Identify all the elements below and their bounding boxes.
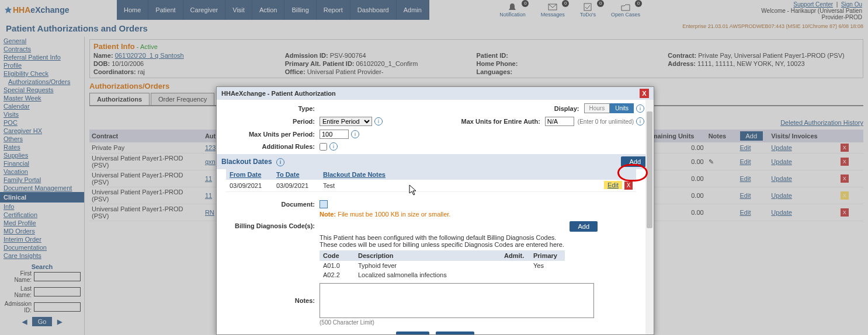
update-link[interactable]: Update	[771, 144, 791, 151]
edit-link[interactable]: Edit	[740, 144, 751, 151]
signout-link[interactable]: Sign Ou	[841, 1, 862, 8]
edit-link[interactable]: Edit	[740, 192, 751, 199]
todos-icon[interactable]: 0 ToDo's	[580, 2, 596, 18]
prev-arrow-icon[interactable]: ◀	[22, 318, 27, 325]
sidebar-item-special[interactable]: Special Requests	[0, 86, 84, 94]
notification-icon[interactable]: 0 Notification	[499, 2, 526, 18]
add-rules-label: Additional Rules:	[226, 143, 320, 150]
sidebar-item-supplies[interactable]: Supplies	[0, 151, 84, 159]
info-icon[interactable]: i	[329, 142, 338, 151]
sidebar-item-financial[interactable]: Financial	[0, 159, 84, 168]
display-hours-toggle[interactable]: Hours	[584, 103, 610, 113]
update-link[interactable]: Update	[771, 192, 791, 199]
info-icon[interactable]: i	[636, 117, 644, 125]
deleted-auth-history-link[interactable]: Deleted Authorization History	[780, 119, 863, 126]
delete-icon[interactable]: X	[841, 175, 849, 183]
cancel-button[interactable]: Cancel	[436, 331, 474, 334]
top-right-info: Support Center | Sign Ou Welcome - Harik…	[761, 1, 862, 20]
sidebar-item-mdorders[interactable]: MD Orders	[0, 227, 84, 235]
delete-icon[interactable]: X	[841, 208, 849, 217]
admission-id-input[interactable]	[34, 302, 81, 312]
col-to[interactable]: To Date	[273, 169, 320, 180]
note-icon[interactable]: ✎	[709, 158, 714, 165]
opencases-icon[interactable]: 0 Open Cases	[611, 2, 640, 18]
blackout-add-button[interactable]: Add	[621, 156, 649, 167]
info-icon[interactable]: i	[276, 158, 284, 166]
col-bo-notes[interactable]: Blackout Date Notes	[320, 169, 595, 180]
edit-link[interactable]: Edit	[740, 209, 751, 216]
sidebar-item-interim[interactable]: Interim Order	[0, 235, 84, 243]
go-button[interactable]: Go	[32, 317, 53, 326]
sidebar-item-familyportal[interactable]: Family Portal	[0, 176, 84, 184]
sidebar-item-others[interactable]: Others	[0, 135, 84, 143]
delete-icon[interactable]: X	[841, 158, 849, 166]
sidebar-item-rates[interactable]: Rates	[0, 143, 84, 151]
add-rules-checkbox[interactable]	[320, 143, 327, 151]
update-link[interactable]: Update	[771, 158, 791, 165]
col-from[interactable]: From Date	[226, 169, 273, 180]
next-arrow-icon[interactable]: ▶	[57, 318, 62, 325]
sidebar-item-info[interactable]: Info	[0, 203, 84, 211]
sidebar-item-docmgmt[interactable]: Document Management	[0, 184, 84, 192]
menu-admin[interactable]: Admin	[397, 0, 429, 20]
table-row: A02.2 Localized salmonella infections	[320, 270, 565, 280]
sidebar-item-cert[interactable]: Certification	[0, 211, 84, 219]
close-icon[interactable]: X	[640, 89, 649, 98]
modal-scrollbar[interactable]	[645, 100, 654, 334]
delete-icon[interactable]: X	[841, 191, 849, 200]
sidebar-item-authorders[interactable]: Authorizations/Orders	[0, 78, 84, 86]
menu-action[interactable]: Action	[252, 0, 285, 20]
first-name-input[interactable]	[34, 272, 81, 281]
sidebar-item-profile[interactable]: Profile	[0, 61, 84, 69]
last-name-input[interactable]	[34, 287, 81, 296]
sidebar-item-poc[interactable]: POC	[0, 118, 84, 127]
patient-name-link[interactable]: 061'020'20_1 q Santosh	[115, 52, 184, 59]
diag-label: Billing Diagnosis Code(s):	[226, 221, 320, 229]
sidebar-item-vacation[interactable]: Vacation	[0, 168, 84, 176]
blackout-edit-link[interactable]: Edit	[604, 181, 622, 189]
menu-billing[interactable]: Billing	[284, 0, 316, 20]
first-name-label: First Name:	[4, 270, 32, 283]
sidebar-item-referral[interactable]: Referral Patient Info	[0, 53, 84, 61]
sidebar-item-eligibility[interactable]: Eligibility Check	[0, 69, 84, 78]
menu-caregiver[interactable]: Caregiver	[183, 0, 226, 20]
blackout-delete-icon[interactable]: X	[624, 182, 633, 190]
info-icon[interactable]: i	[351, 130, 359, 138]
info-icon[interactable]: i	[374, 117, 383, 125]
add-auth-button[interactable]: Add	[740, 131, 763, 141]
tab-authorizations[interactable]: Authorizations	[89, 93, 150, 105]
messages-icon[interactable]: 0 Messages	[541, 2, 565, 18]
display-units-toggle[interactable]: Units	[610, 103, 634, 113]
diag-table: Code Description Admit. Primary A01.0 Ty…	[320, 250, 565, 280]
info-icon[interactable]: i	[636, 104, 644, 113]
sidebar-item-calendar[interactable]: Calendar	[0, 102, 84, 110]
sidebar-item-caregiverhx[interactable]: Caregiver HX	[0, 127, 84, 135]
document-upload-icon[interactable]	[320, 200, 328, 208]
table-row: 03/09/2021 03/09/2021 Test EditX	[226, 180, 636, 192]
sidebar-item-careinsights[interactable]: Care Insights	[0, 252, 84, 260]
edit-link[interactable]: Edit	[740, 158, 751, 165]
sidebar-item-documentation[interactable]: Documentation	[0, 243, 84, 252]
menu-patient[interactable]: Patient	[148, 0, 183, 20]
tab-order-frequency[interactable]: Order Frequency	[151, 93, 214, 105]
period-select[interactable]: Entire Period	[320, 117, 372, 126]
sidebar-item-contracts[interactable]: Contracts	[0, 45, 84, 53]
menu-home[interactable]: Home	[117, 0, 148, 20]
delete-icon[interactable]: X	[841, 144, 849, 152]
sidebar-item-general[interactable]: General	[0, 37, 84, 45]
menu-dashboard[interactable]: Dashboard	[350, 0, 397, 20]
edit-link[interactable]: Edit	[740, 175, 751, 182]
sidebar-item-masterweek[interactable]: Master Week	[0, 94, 84, 102]
max-entire-input[interactable]	[545, 117, 574, 126]
diag-add-button[interactable]: Add	[570, 221, 598, 232]
max-per-input[interactable]	[320, 130, 349, 139]
sidebar-item-visits[interactable]: Visits	[0, 110, 84, 118]
update-link[interactable]: Update	[771, 209, 791, 216]
sidebar-item-medprofile[interactable]: Med Profile	[0, 219, 84, 227]
update-link[interactable]: Update	[771, 175, 791, 182]
notes-textarea[interactable]	[320, 283, 594, 318]
save-button[interactable]: Save	[396, 331, 429, 334]
menu-report[interactable]: Report	[317, 0, 350, 20]
menu-visit[interactable]: Visit	[225, 0, 252, 20]
support-link[interactable]: Support Center	[793, 1, 833, 8]
